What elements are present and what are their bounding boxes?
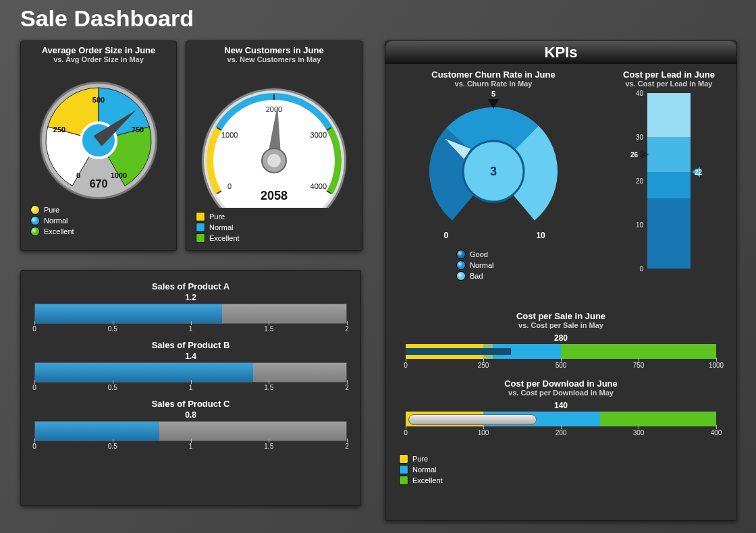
bullet-chart bbox=[406, 412, 716, 426]
panel-avg-order: Average Order Size in June vs. Avg Order… bbox=[20, 40, 177, 251]
svg-text:670: 670 bbox=[90, 178, 108, 190]
product-value: 1.4 bbox=[34, 352, 347, 361]
bullet-subtitle: vs. Cost per Sale in May bbox=[399, 321, 723, 332]
product-ticks: 00.511.52 bbox=[34, 324, 347, 336]
new-cust-subtitle: vs. New Customers in May bbox=[186, 55, 362, 66]
svg-point-25 bbox=[267, 154, 281, 167]
avg-order-subtitle: vs. Avg Order Size in May bbox=[21, 55, 176, 66]
svg-text:2058: 2058 bbox=[261, 189, 288, 202]
svg-text:1000: 1000 bbox=[111, 171, 127, 179]
churn-gauge: 35010 bbox=[392, 90, 595, 246]
svg-text:750: 750 bbox=[132, 125, 144, 134]
cost-lead-title: Cost per Lead in June bbox=[608, 69, 730, 80]
new-cust-legend: PureNormalExcellent bbox=[186, 212, 362, 250]
svg-text:0: 0 bbox=[444, 231, 449, 240]
avg-order-legend: PureNormalExcellent bbox=[21, 205, 176, 243]
kpi-churn: Customer Churn Rate in June vs. Churn Ra… bbox=[392, 69, 595, 282]
svg-text:1000: 1000 bbox=[221, 131, 238, 139]
product-ticks: 00.511.52 bbox=[34, 441, 347, 453]
svg-marker-29 bbox=[488, 99, 499, 109]
product-value: 1.2 bbox=[34, 293, 347, 302]
bullet-subtitle: vs. Cost per Download in May bbox=[399, 389, 723, 399]
panel-kpi: KPIs Customer Churn Rate in June vs. Chu… bbox=[385, 40, 737, 521]
churn-legend: GoodNormalBad bbox=[392, 250, 595, 281]
cost-lead-thermometer: 0102030402622 bbox=[647, 93, 691, 289]
kpi-cost-download: Cost per Download in Junevs. Cost per Do… bbox=[399, 378, 723, 440]
product-name: Sales of Product A bbox=[34, 277, 347, 291]
avg-order-gauge: 02505007501000670 bbox=[21, 66, 176, 201]
svg-text:4000: 4000 bbox=[310, 182, 327, 190]
page-title: Sale Dashboard bbox=[20, 5, 194, 32]
churn-subtitle: vs. Churn Rate in May bbox=[392, 80, 595, 90]
kpi-cost-sale: Cost per Sale in Junevs. Cost per Sale i… bbox=[399, 311, 723, 372]
kpi-legend: PureNormalExcellent bbox=[399, 453, 443, 486]
svg-text:10: 10 bbox=[536, 231, 545, 240]
bullet-title: Cost per Sale in June bbox=[399, 311, 723, 321]
product-value: 0.8 bbox=[34, 410, 347, 420]
bullet-ticks: 0100200300400 bbox=[406, 428, 716, 440]
kpi-cost-lead: Cost per Lead in June vs. Cost per Lead … bbox=[608, 69, 730, 289]
svg-text:3000: 3000 bbox=[310, 131, 327, 139]
svg-text:0: 0 bbox=[76, 171, 80, 179]
product-name: Sales of Product C bbox=[34, 395, 347, 409]
avg-order-title: Average Order Size in June bbox=[21, 41, 176, 55]
svg-text:500: 500 bbox=[92, 96, 105, 104]
new-cust-gauge: 010002000300040002058 bbox=[186, 66, 362, 208]
bullet-ticks: 02505007501000 bbox=[406, 360, 716, 372]
new-cust-title: New Customers in June bbox=[186, 41, 362, 55]
svg-text:5: 5 bbox=[491, 90, 495, 98]
product-ticks: 00.511.52 bbox=[34, 383, 347, 395]
cost-lead-subtitle: vs. Cost per Lead in May bbox=[608, 80, 730, 90]
svg-text:2000: 2000 bbox=[266, 105, 282, 113]
bullet-value: 140 bbox=[399, 401, 723, 410]
svg-text:250: 250 bbox=[53, 125, 65, 134]
churn-title: Customer Churn Rate in June bbox=[392, 69, 595, 80]
svg-text:0: 0 bbox=[227, 182, 232, 190]
kpi-title: KPIs bbox=[385, 41, 736, 64]
panel-products: Sales of Product A1.200.511.52Sales of P… bbox=[20, 270, 361, 506]
svg-text:3: 3 bbox=[490, 165, 497, 178]
bullet-chart bbox=[406, 344, 716, 359]
bullet-title: Cost per Download in June bbox=[399, 378, 723, 389]
product-name: Sales of Product B bbox=[34, 336, 347, 350]
bullet-value: 280 bbox=[399, 333, 723, 343]
panel-new-customers: New Customers in June vs. New Customers … bbox=[186, 40, 362, 251]
